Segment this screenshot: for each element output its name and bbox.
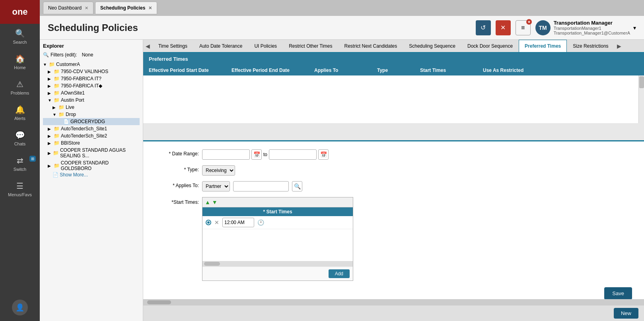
tree-fabrica1[interactable]: ▶ 📁 7950-FABRICA IT? bbox=[43, 75, 140, 82]
folder-icon: 📁 bbox=[58, 104, 64, 110]
date-range-group: 📅 to 📅 bbox=[202, 149, 329, 160]
sidebar-item-menus[interactable]: ☰ Menus/Favs bbox=[0, 176, 40, 202]
save-button[interactable]: Save bbox=[604, 287, 632, 299]
user-name: Transportation Manager bbox=[554, 20, 630, 26]
show-more-link[interactable]: 📄 Show More... bbox=[43, 172, 140, 178]
folder-icon: 📁 bbox=[49, 62, 55, 67]
tree-autosch1[interactable]: ▶ 📁 AutoTenderSch_Site1 bbox=[43, 125, 140, 132]
expand-icon: ▶ bbox=[53, 105, 57, 110]
date-start-input[interactable] bbox=[202, 149, 250, 160]
browser-tab-neo-label: Neo Dashboard bbox=[48, 5, 82, 11]
tab-auto-date[interactable]: Auto Date Tolerance bbox=[193, 40, 249, 52]
folder-icon: 📁 bbox=[54, 76, 60, 81]
close-icon: ✕ bbox=[500, 24, 506, 31]
problems-icon: ⚠ bbox=[16, 79, 23, 89]
user-avatar: TM bbox=[535, 20, 551, 35]
scrollbar-thumb bbox=[147, 300, 171, 304]
expand-icon: ▶ bbox=[48, 70, 53, 74]
tree-austinport[interactable]: ▼ 📁 Austin Port bbox=[43, 97, 140, 104]
sidebar-item-switch[interactable]: ⇄ Switch ⊞ bbox=[0, 151, 40, 176]
expand-icon: ▶ bbox=[48, 134, 53, 138]
tab-time-settings[interactable]: Time Settings bbox=[152, 40, 193, 52]
folder-icon: 📁 bbox=[54, 83, 60, 89]
browser-tab-scheduling[interactable]: Scheduling Policies ✕ bbox=[95, 2, 157, 14]
date-start-calendar[interactable]: 📅 bbox=[251, 149, 262, 160]
folder-icon: 📁 bbox=[54, 140, 60, 146]
type-row: * Type: Receiving Shipping bbox=[155, 165, 632, 176]
applies-to-value-input[interactable] bbox=[233, 181, 289, 191]
tree-live[interactable]: ▶ 📁 Live bbox=[43, 104, 140, 111]
tree-groceryddg[interactable]: 📄 GROCERYDDG bbox=[43, 118, 140, 125]
tabs-right-arrow[interactable]: ▶ bbox=[615, 43, 624, 49]
tab-preferred-times[interactable]: Preferred Times bbox=[519, 40, 567, 53]
sidebar-item-home[interactable]: 🏠 Home bbox=[0, 49, 40, 75]
menus-icon: ☰ bbox=[16, 181, 23, 191]
tab-size-restrictions[interactable]: Size Restrictions bbox=[567, 40, 614, 52]
tree-valinhos[interactable]: ▶ 📁 7950-CDV VALINHOS bbox=[43, 68, 140, 75]
page-title: Scheduling Policies bbox=[48, 22, 138, 33]
expand-icon: ▶ bbox=[48, 141, 53, 145]
tab-restrict-next[interactable]: Restrict Next Candidates bbox=[338, 40, 403, 52]
start-times-header: * Start Times bbox=[202, 207, 353, 216]
row-radio[interactable] bbox=[206, 220, 211, 225]
sidebar-item-problems[interactable]: ⚠ Problems bbox=[0, 75, 40, 100]
add-button[interactable]: Add bbox=[329, 269, 350, 278]
browser-tab-neo-close[interactable]: ✕ bbox=[85, 6, 88, 11]
date-end-input[interactable] bbox=[269, 149, 317, 160]
new-button[interactable]: New bbox=[614, 308, 638, 319]
start-times-data-row: ✕ 🕐 bbox=[202, 216, 353, 229]
tab-dock-door[interactable]: Dock Door Sequence bbox=[461, 40, 519, 52]
tree-coopergolds[interactable]: ▶ 📁 COOPER STANDARD GOLDSBORO bbox=[43, 159, 140, 172]
tab-restrict-other[interactable]: Restrict Other Times bbox=[283, 40, 338, 52]
browser-tab-scheduling-label: Scheduling Policies bbox=[100, 5, 145, 11]
main-area: Neo Dashboard ✕ Scheduling Policies ✕ Sc… bbox=[40, 0, 644, 321]
close-button[interactable]: ✕ bbox=[496, 20, 511, 35]
row-delete-icon[interactable]: ✕ bbox=[214, 219, 219, 226]
expand-icon: ▶ bbox=[48, 77, 53, 81]
expand-icon: ▶ bbox=[48, 84, 53, 88]
menu-button[interactable]: ≡ ★ bbox=[516, 20, 531, 35]
start-times-container: ▲ ▼ * Start Times ✕ bbox=[202, 197, 353, 281]
tree-autosch2[interactable]: ▶ 📁 AutoTenderSch_Site2 bbox=[43, 132, 140, 139]
sidebar-item-alerts[interactable]: 🔔 Alerts bbox=[0, 100, 40, 126]
user-dropdown-icon[interactable]: ▾ bbox=[633, 25, 636, 31]
tree-drop[interactable]: ▼ 📁 Drop bbox=[43, 111, 140, 118]
user-avatar-bottom[interactable]: 👤 bbox=[12, 300, 28, 315]
bottom-bar: New bbox=[143, 305, 644, 321]
add-row-btn[interactable]: ▲ bbox=[205, 199, 210, 205]
applies-to-select[interactable]: Partner Carrier All bbox=[202, 181, 230, 191]
app-logo[interactable]: one bbox=[0, 0, 40, 24]
folder-icon: 📁 bbox=[54, 69, 60, 74]
sidebar-item-search[interactable]: 🔍 Search bbox=[0, 24, 40, 49]
tree-customerA[interactable]: ▼ 📁 CustomerA bbox=[43, 61, 140, 68]
tab-sequence[interactable]: Scheduling Sequence bbox=[403, 40, 461, 52]
tree-fabrica2[interactable]: ▶ 📁 7950-FABRICA IT◆ bbox=[43, 82, 140, 89]
tab-ui-policies[interactable]: UI Policies bbox=[248, 40, 283, 52]
tree-bbistore[interactable]: ▶ 📁 BBIStore bbox=[43, 139, 140, 147]
bottom-scrollbar[interactable] bbox=[143, 300, 644, 305]
header-right: ↺ ✕ ≡ ★ TM Transportation Manager Transp… bbox=[476, 20, 636, 35]
tree-aownsite1[interactable]: ▶ 📁 AOwnSite1 bbox=[43, 89, 140, 97]
type-label: * Type: bbox=[155, 165, 199, 172]
applies-to-search[interactable]: 🔍 bbox=[292, 181, 302, 191]
home-icon: 🏠 bbox=[15, 54, 25, 64]
sidebar-item-chats[interactable]: 💬 Chats bbox=[0, 126, 40, 151]
explorer-filter: 🔍 Filters (edit): None bbox=[43, 52, 140, 58]
expand-icon: ▶ bbox=[48, 127, 53, 131]
refresh-button[interactable]: ↺ bbox=[476, 20, 491, 35]
type-select[interactable]: Receiving Shipping bbox=[202, 165, 235, 176]
switch-icon: ⇄ bbox=[17, 156, 23, 165]
browser-tab-scheduling-close[interactable]: ✕ bbox=[148, 6, 152, 11]
preferred-times-panel: Preferred Times Effective Period Start D… bbox=[143, 53, 644, 299]
browser-tab-neo[interactable]: Neo Dashboard ✕ bbox=[43, 2, 93, 14]
page-header: Scheduling Policies ↺ ✕ ≡ ★ TM Transport… bbox=[40, 16, 644, 40]
start-times-label: *Start Times: bbox=[155, 197, 199, 205]
explorer-title: Explorer bbox=[43, 43, 140, 49]
tree-cooperaguas[interactable]: ▶ 📁 COOPER STANDARD AGUAS SEALING S... bbox=[43, 147, 140, 159]
tabs-left-arrow[interactable]: ◀ bbox=[143, 43, 152, 49]
time-input[interactable] bbox=[222, 218, 254, 227]
remove-row-btn[interactable]: ▼ bbox=[212, 199, 218, 205]
clock-icon[interactable]: 🕐 bbox=[257, 219, 264, 226]
filter-icon: 🔍 bbox=[43, 52, 49, 58]
date-end-calendar[interactable]: 📅 bbox=[318, 149, 329, 160]
